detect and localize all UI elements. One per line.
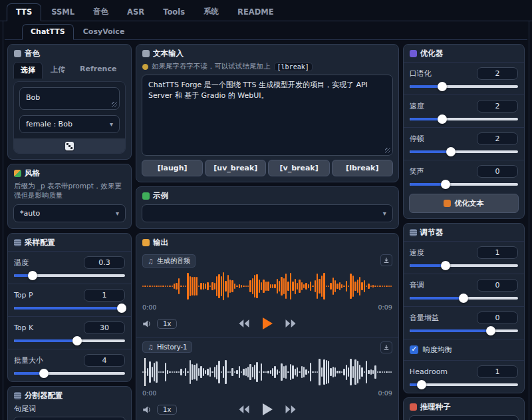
play-button[interactable] (261, 403, 274, 416)
slider-thumb[interactable] (117, 304, 126, 313)
voice-name-input[interactable]: Bob (19, 87, 120, 110)
slider-track[interactable] (410, 297, 518, 300)
style-title: 风格 (25, 168, 40, 178)
slider-value-input[interactable]: 0 (477, 165, 518, 178)
uv-break-button[interactable]: [uv_break] (205, 160, 266, 176)
slider-thumb[interactable] (441, 180, 450, 189)
slider-thumb[interactable] (39, 369, 49, 378)
playback-speed-button[interactable]: 1x (157, 319, 177, 329)
v-break-button[interactable]: [v_break] (268, 160, 329, 176)
tab-asr[interactable]: ASR (118, 4, 153, 21)
skip-back-button[interactable] (238, 405, 250, 414)
examples-dropdown[interactable]: ▾ (142, 204, 393, 222)
slider-value-input[interactable]: 30 (84, 321, 125, 334)
seed-input[interactable]: 42 (409, 415, 519, 420)
resize-handle[interactable] (385, 148, 390, 153)
slider-track[interactable] (14, 274, 125, 277)
checkbox-icon[interactable] (410, 345, 418, 354)
voice-dropdown[interactable]: female : Bob▾ (19, 115, 120, 133)
examples-title: 示例 (153, 191, 168, 201)
download-button[interactable] (380, 254, 392, 266)
slider-label: 批量大小 (14, 355, 43, 365)
slider-track[interactable] (14, 307, 125, 310)
slider-thumb[interactable] (438, 82, 447, 91)
slider-track[interactable] (14, 339, 125, 342)
knobs-icon (410, 229, 417, 236)
slider-track[interactable] (410, 118, 518, 120)
volume-icon[interactable] (142, 405, 152, 414)
tab-system[interactable]: 系统 (195, 3, 227, 21)
slider-thumb[interactable] (417, 380, 426, 389)
splitter-title: 分割器配置 (25, 391, 63, 401)
slider-value-input[interactable]: 1 (477, 246, 518, 259)
tab-voice[interactable]: 音色 (84, 3, 117, 21)
slider-track[interactable] (410, 383, 518, 386)
knobs-icon (14, 239, 21, 246)
tab-tools[interactable]: Tools (154, 4, 194, 21)
audio-label-chip: ♫ History-1 (142, 341, 192, 353)
slider-track[interactable] (410, 264, 518, 267)
voice-card: 音色 选择 上传 Refrence Bob female : Bob▾ (7, 44, 132, 160)
slider-value-input[interactable]: 0.3 (84, 256, 125, 269)
slider-track[interactable] (410, 183, 518, 186)
slider-value-input[interactable]: 0 (477, 312, 518, 324)
audio-label-chip: ♫ 生成的音频 (142, 254, 196, 268)
slider-batch-size: 批量大小 4 (8, 349, 131, 381)
play-button[interactable] (261, 317, 274, 330)
waveform[interactable] (142, 271, 392, 302)
tts-text-area[interactable]: ChatTTS Forge 是一个围绕 TTS 生成模型开发的项目，实现了 AP… (142, 75, 393, 156)
voice-random-button[interactable] (14, 138, 125, 153)
eos-input[interactable]: [uv_break] (13, 417, 126, 420)
slider-thumb[interactable] (486, 326, 495, 335)
playhead-cursor[interactable] (144, 358, 146, 386)
text-input-card: 文本输入 如果尾字吞字不读，可以试试结尾加上 [lbreak] ChatTTS … (136, 44, 399, 182)
waveform[interactable] (142, 357, 392, 387)
skip-forward-button[interactable] (285, 405, 297, 414)
playback-speed-button[interactable]: 1x (157, 405, 177, 415)
slider-value-input[interactable]: 2 (477, 132, 518, 145)
generated-audio-player: ♫ 生成的音频 0:00 0:09 (136, 251, 398, 337)
refine-text-button[interactable]: 优化文本 (409, 194, 519, 213)
checkbox-label: 响度均衡 (423, 345, 452, 355)
slider-track[interactable] (410, 150, 518, 153)
lbreak-button[interactable]: [lbreak] (332, 160, 393, 176)
tab-cosyvoice[interactable]: CosyVoice (75, 25, 133, 39)
slider-value-input[interactable]: 2 (477, 67, 518, 80)
slider-value-input[interactable]: 1 (477, 365, 518, 378)
tab-readme[interactable]: README (229, 4, 282, 21)
skip-back-button[interactable] (238, 319, 250, 328)
tab-ssml[interactable]: SSML (43, 4, 83, 21)
output-title: 输出 (153, 238, 168, 248)
skip-forward-button[interactable] (285, 319, 297, 328)
slider-value-input[interactable]: 1 (84, 289, 125, 302)
slider-label: 温度 (14, 258, 29, 268)
slider-value-input[interactable]: 0 (477, 279, 518, 292)
slider-thumb[interactable] (72, 336, 82, 345)
seed-card: 推理种子 42 (403, 397, 525, 420)
slider-value-input[interactable]: 4 (84, 354, 125, 367)
tab-chattts[interactable]: ChatTTS (22, 24, 74, 40)
slider-track[interactable] (14, 372, 125, 375)
slider-track[interactable] (410, 85, 518, 88)
style-dropdown[interactable]: *auto▾ (13, 204, 126, 222)
slider-thumb[interactable] (459, 294, 468, 303)
download-button[interactable] (380, 341, 392, 353)
slider-thumb[interactable] (441, 261, 450, 270)
resize-handle[interactable] (112, 102, 117, 107)
slider-thumb[interactable] (438, 114, 447, 124)
voice-tab-select[interactable]: 选择 (13, 62, 43, 79)
voice-tab-upload[interactable]: 上传 (44, 62, 72, 79)
optimizer-card: 优化器 口语化 2 速度 2 停顿 2 笑声 (403, 44, 525, 219)
slider-label: 停顿 (410, 134, 424, 144)
slider-thumb[interactable] (446, 147, 456, 156)
laugh-button[interactable]: [laugh] (142, 160, 203, 176)
slider-track[interactable] (410, 329, 518, 332)
dice-icon (65, 142, 74, 150)
slider-thumb[interactable] (28, 271, 37, 280)
slider-value-input[interactable]: 2 (477, 100, 518, 112)
examples-icon (142, 192, 150, 200)
loudness-eq-checkbox[interactable]: 响度均衡 (404, 339, 524, 360)
volume-icon[interactable] (142, 319, 152, 328)
tab-tts[interactable]: TTS (7, 3, 41, 21)
voice-tab-reference[interactable]: Refrence (73, 62, 123, 79)
